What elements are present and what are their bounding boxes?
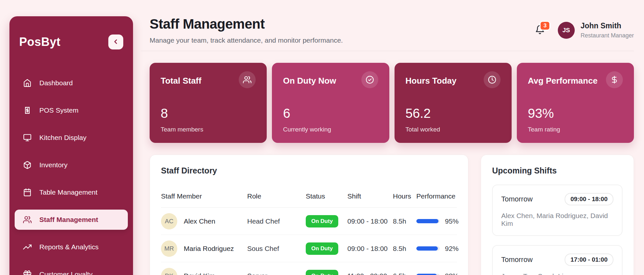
avatar: JS — [558, 22, 575, 39]
dollar-icon — [606, 71, 623, 88]
shift-day: Tomorrow — [501, 195, 533, 203]
header-divider — [141, 51, 634, 51]
sidebar-item-label: Reports & Analytics — [39, 243, 99, 251]
stat-value: 6 — [283, 106, 378, 121]
user-role: Restaurant Manager — [581, 32, 634, 39]
shift-time-chip: 17:00 - 01:00 — [565, 254, 613, 266]
staff-name: Alex Chen — [184, 217, 215, 225]
sidebar-item-label: Staff Management — [39, 216, 98, 224]
staff-name: Maria Rodriguez — [184, 245, 234, 253]
stat-card-total-staff: Total Staff 8 Team members — [150, 63, 267, 143]
status-badge: On Duty — [306, 270, 338, 275]
content-row: Staff Directory Staff Member Role Status… — [150, 155, 634, 275]
staff-hours: 8.5h — [393, 245, 416, 253]
page-title: Staff Management — [150, 16, 343, 32]
user-name: John Smith — [581, 21, 634, 30]
sidebar-item-label: Inventory — [39, 161, 67, 169]
sidebar-item-inventory[interactable]: Inventory — [15, 155, 128, 175]
column-header: Hours — [393, 192, 416, 200]
shift-day: Tomorrow — [501, 255, 533, 264]
stat-sublabel: Total worked — [406, 126, 501, 133]
sidebar-item-label: Kitchen Display — [39, 134, 87, 142]
staff-table: Staff Member Role Status Shift Hours Per… — [161, 192, 457, 275]
sidebar: PosByt Dashboard POS System Kitchen Disp… — [9, 16, 133, 275]
sidebar-item-pos-system[interactable]: POS System — [15, 100, 128, 120]
sidebar-item-label: Table Management — [39, 188, 98, 196]
page-header: Staff Management Manage your team, track… — [150, 16, 634, 44]
check-circle-icon — [361, 71, 378, 88]
performance-label: 88% — [445, 272, 459, 275]
page-subtitle: Manage your team, track attendance, and … — [150, 36, 343, 44]
shift-time-chip: 09:00 - 18:00 — [565, 193, 613, 205]
sidebar-nav: Dashboard POS System Kitchen Display Inv… — [15, 73, 128, 275]
stat-card-avg-performance: Avg Performance 93% Team rating — [517, 63, 634, 143]
staff-shift: 11:00 - 20:00 — [347, 272, 393, 275]
stat-sublabel: Team rating — [528, 126, 623, 133]
stat-sublabel: Team members — [161, 126, 256, 133]
performance-bar-fill — [416, 219, 438, 223]
sidebar-item-reports-analytics[interactable]: Reports & Analytics — [15, 237, 128, 257]
status-badge: On Duty — [306, 215, 338, 227]
staff-name: David Kim — [184, 272, 215, 275]
stat-sublabel: Currently working — [283, 126, 378, 133]
staff-directory-title: Staff Directory — [161, 166, 457, 175]
staff-hours: 8.5h — [393, 217, 416, 225]
shift-names: Alex Chen, Maria Rodriguez, David Kim — [501, 212, 613, 227]
performance-bar-fill — [416, 274, 437, 275]
stat-value: 56.2 — [406, 106, 501, 121]
upcoming-shifts-title: Upcoming Shifts — [492, 166, 623, 175]
sidebar-item-dashboard[interactable]: Dashboard — [15, 73, 128, 93]
staff-avatar: AC — [161, 213, 177, 229]
table-row: DK David Kim Server On Duty 11:00 - 20:0… — [161, 262, 457, 275]
sidebar-item-label: Customer Loyalty — [39, 270, 92, 275]
stat-card-on-duty: On Duty Now 6 Currently working — [272, 63, 389, 143]
package-icon — [23, 161, 32, 169]
column-header: Staff Member — [161, 192, 247, 200]
sidebar-item-customer-loyalty[interactable]: Customer Loyalty — [15, 264, 128, 275]
sidebar-header: PosByt — [15, 34, 128, 49]
shift-card: Tomorrow 09:00 - 18:00 Alex Chen, Maria … — [492, 185, 623, 236]
home-icon — [23, 79, 32, 87]
column-header: Performance — [416, 192, 457, 200]
main-content: Staff Management Manage your team, track… — [150, 0, 634, 275]
receipt-icon — [23, 106, 32, 115]
stat-title: Avg Performance — [528, 76, 597, 86]
staff-role: Head Chef — [247, 217, 306, 225]
staff-role: Sous Chef — [247, 245, 306, 253]
shift-names: James Tan, Sarah Lim — [501, 272, 613, 275]
staff-table-header: Staff Member Role Status Shift Hours Per… — [161, 192, 457, 208]
trending-up-icon — [23, 243, 32, 251]
chevron-left-icon — [112, 38, 119, 46]
header-actions: 3 JS John Smith Restaurant Manager — [535, 21, 634, 39]
table-row: AC Alex Chen Head Chef On Duty 09:00 - 1… — [161, 208, 457, 235]
user-menu[interactable]: JS John Smith Restaurant Manager — [558, 21, 634, 39]
monitor-icon — [23, 133, 32, 142]
column-header: Role — [247, 192, 306, 200]
staff-management-app: PosByt Dashboard POS System Kitchen Disp… — [0, 0, 644, 275]
sidebar-collapse-button[interactable] — [108, 34, 123, 49]
app-logo: PosByt — [19, 35, 60, 49]
status-badge: On Duty — [306, 242, 338, 255]
staff-hours: 6.5h — [393, 272, 416, 275]
sidebar-item-table-management[interactable]: Table Management — [15, 182, 128, 202]
staff-role: Server — [247, 272, 306, 275]
clock-icon — [484, 71, 501, 88]
sidebar-item-label: Dashboard — [39, 79, 73, 87]
notifications-button[interactable]: 3 — [535, 25, 546, 36]
column-header: Shift — [347, 192, 393, 200]
staff-shift: 09:00 - 18:00 — [347, 245, 393, 253]
staff-directory-panel: Staff Directory Staff Member Role Status… — [150, 155, 468, 275]
shift-card: Tomorrow 17:00 - 01:00 James Tan, Sarah … — [492, 245, 623, 275]
staff-shift: 09:00 - 18:00 — [347, 217, 393, 225]
performance-label: 92% — [445, 245, 459, 253]
performance-bar — [416, 274, 440, 275]
stat-value: 93% — [528, 106, 623, 121]
stat-title: Hours Today — [406, 76, 457, 86]
stat-title: On Duty Now — [283, 76, 336, 86]
gift-icon — [23, 270, 32, 275]
sidebar-item-kitchen-display[interactable]: Kitchen Display — [15, 128, 128, 148]
stat-value: 8 — [161, 106, 256, 121]
sidebar-item-staff-management[interactable]: Staff Management — [15, 210, 128, 230]
notification-badge: 3 — [540, 21, 550, 31]
performance-bar — [416, 219, 440, 223]
